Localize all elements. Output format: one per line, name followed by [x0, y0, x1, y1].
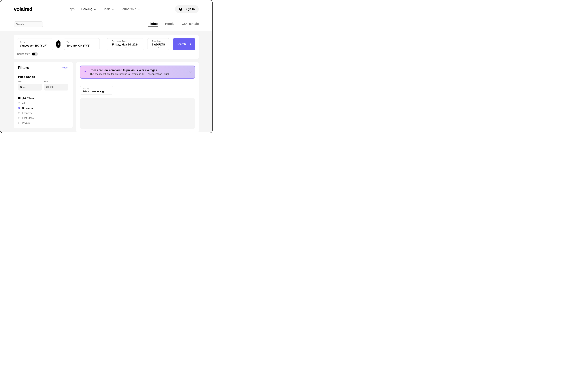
chevron-down-icon	[137, 8, 140, 10]
radio-icon	[18, 112, 20, 114]
flight-class-option[interactable]: Economy	[18, 112, 68, 115]
brand-logo: volaired	[14, 6, 32, 12]
nav-booking-label: Booking	[81, 7, 92, 11]
radio-icon	[18, 102, 20, 104]
category-tabs: Flights Hotels Car Rentals	[148, 22, 199, 27]
flight-class-label: All	[22, 102, 25, 105]
search-button[interactable]: Search	[173, 38, 195, 50]
search-button-label: Search	[177, 43, 186, 46]
banner-title: Prices are low compared to previous year…	[90, 69, 187, 72]
round-trip-toggle[interactable]	[32, 52, 38, 56]
price-range-title: Price Range	[18, 75, 68, 79]
nav-booking[interactable]: Booking	[81, 7, 96, 11]
travellers-value: 2 ADULTS	[152, 43, 165, 46]
svg-point-1	[180, 8, 181, 9]
results-placeholder	[80, 98, 195, 129]
chevron-down-icon	[93, 8, 96, 10]
nav-deals[interactable]: Deals	[102, 7, 114, 11]
reset-button[interactable]: Reset	[62, 66, 68, 69]
sort-value: Price: Low to High	[83, 90, 111, 93]
to-label: To	[66, 41, 97, 44]
tab-flights[interactable]: Flights	[148, 22, 158, 27]
search-input-wrapper[interactable]	[14, 21, 43, 27]
swap-icon	[57, 43, 60, 46]
flight-class-list: AllBusinessEconomyFirst ClassPrivate	[18, 102, 68, 124]
round-trip-row: Round trip?	[17, 52, 195, 56]
flight-class-title: Flight Class	[18, 97, 68, 100]
search-input[interactable]	[16, 23, 47, 26]
swap-button[interactable]	[56, 40, 61, 48]
travellers-label: Travellers	[152, 40, 165, 42]
nav-partnership-label: Partnership	[120, 7, 136, 11]
flight-class-option[interactable]: Business	[18, 107, 68, 110]
sparkle-icon	[84, 70, 87, 74]
from-value: Vancouver, BC (YVR)	[20, 44, 50, 47]
radio-icon	[18, 117, 20, 119]
sign-in-button[interactable]: Sign in	[175, 5, 199, 13]
sort-label: Sort by	[83, 87, 111, 90]
top-nav: volaired Trips Booking Deals Partnership…	[0, 0, 212, 18]
from-field[interactable]: From Vancouver, BC (YVR)	[17, 38, 53, 50]
radio-icon	[18, 122, 20, 124]
divider	[18, 94, 68, 94]
nav-trips[interactable]: Trips	[68, 7, 74, 11]
round-trip-label: Round trip?	[17, 53, 30, 55]
nav-partnership[interactable]: Partnership	[120, 7, 139, 11]
user-icon	[179, 8, 182, 11]
flight-class-label: First Class	[22, 117, 34, 120]
nav-menu: Trips Booking Deals Partnership	[68, 7, 139, 11]
toggle-knob	[32, 53, 35, 55]
departure-value: Friday, May 24, 2024	[112, 43, 138, 46]
flight-class-option[interactable]: Private	[18, 122, 68, 124]
flight-class-label: Business	[22, 107, 33, 110]
chevron-down-icon	[111, 8, 114, 10]
departure-field[interactable]: Departure Date Friday, May 24, 2024	[107, 38, 144, 50]
max-label: Max.	[44, 80, 68, 83]
tab-car-rentals[interactable]: Car Rentals	[182, 22, 199, 27]
results-panel: Prices are low compared to previous year…	[76, 62, 199, 132]
departure-label: Departure Date	[112, 40, 138, 42]
from-label: From	[20, 41, 50, 44]
price-info-banner[interactable]: Prices are low compared to previous year…	[80, 65, 195, 79]
banner-subtitle: The cheapest flight for similar trips to…	[90, 73, 187, 75]
divider	[18, 73, 68, 73]
max-price-input[interactable]	[44, 84, 68, 91]
radio-icon	[18, 107, 20, 109]
to-value: Toronto, ON (YYZ)	[66, 44, 97, 47]
to-field[interactable]: To Toronto, ON (YYZ)	[64, 38, 100, 50]
divider	[103, 38, 103, 50]
divider	[80, 82, 195, 83]
sub-bar: Flights Hotels Car Rentals	[0, 18, 212, 31]
flight-class-option[interactable]: First Class	[18, 117, 68, 120]
search-panel: From Vancouver, BC (YVR) To Toronto, ON …	[14, 35, 199, 59]
flight-class-label: Economy	[22, 112, 32, 115]
tab-hotels[interactable]: Hotels	[165, 22, 175, 27]
sort-dropdown[interactable]: Sort by Price: Low to High	[80, 86, 113, 94]
min-price-input[interactable]	[18, 84, 42, 91]
chevron-down-icon	[189, 70, 192, 73]
filters-title: Filters	[18, 65, 29, 70]
nav-deals-label: Deals	[102, 7, 110, 11]
sign-in-label: Sign in	[184, 7, 195, 11]
min-label: Min.	[18, 80, 42, 83]
content-area: From Vancouver, BC (YVR) To Toronto, ON …	[0, 31, 212, 132]
arrow-right-icon	[188, 43, 191, 45]
travellers-field[interactable]: Travellers 2 ADULTS	[147, 38, 169, 50]
flight-class-option[interactable]: All	[18, 102, 68, 105]
filters-panel: Filters Reset Price Range Min. Max.	[14, 62, 73, 128]
flight-class-label: Private	[22, 122, 30, 124]
nav-trips-label: Trips	[68, 7, 74, 11]
